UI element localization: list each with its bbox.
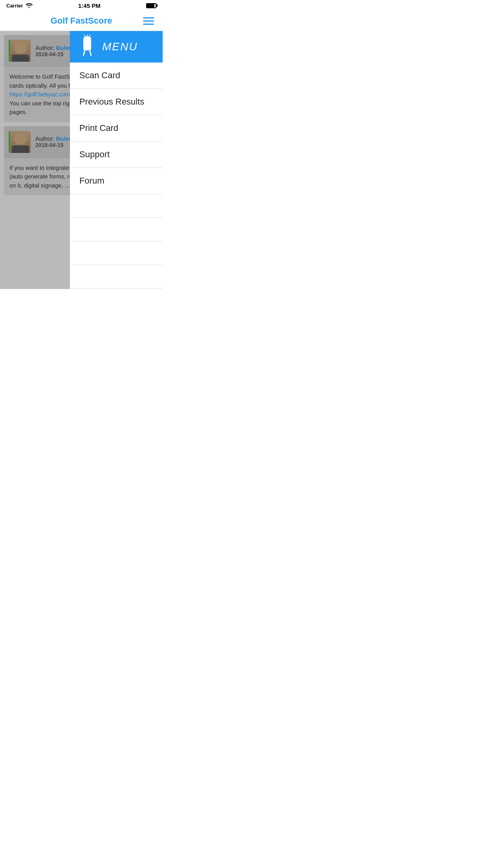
- drawer-item-scan-card[interactable]: Scan Card: [70, 63, 163, 89]
- svg-line-5: [83, 50, 85, 56]
- drawer-item-print-card[interactable]: Print Card: [70, 115, 163, 142]
- status-time: 1:45 PM: [33, 2, 146, 9]
- drawer-menu-label: MENU: [102, 40, 138, 53]
- navigation-drawer: MENU Scan Card Previous Results Print Ca…: [70, 31, 163, 289]
- app-header: Golf FastScore: [0, 11, 163, 31]
- hamburger-line-2: [143, 20, 154, 22]
- status-left: Carrier: [6, 2, 33, 9]
- drawer-header: MENU: [70, 31, 163, 63]
- drawer-empty-4: [70, 265, 163, 289]
- drawer-empty-5: [70, 289, 163, 289]
- drawer-overlay[interactable]: MENU Scan Card Previous Results Print Ca…: [0, 31, 163, 289]
- drawer-items-list: Scan Card Previous Results Print Card Su…: [70, 63, 163, 289]
- wifi-icon: [26, 2, 33, 9]
- app-title: Golf FastScore: [20, 16, 143, 26]
- golf-icon: [78, 35, 97, 59]
- drawer-item-forum[interactable]: Forum: [70, 168, 163, 194]
- overlay-backdrop[interactable]: [0, 31, 70, 289]
- drawer-empty-2: [70, 218, 163, 241]
- drawer-item-support[interactable]: Support: [70, 142, 163, 168]
- main-content: Author: Bulent 2018-04-15 Welcome to Gol…: [0, 31, 163, 289]
- hamburger-line-3: [143, 24, 154, 25]
- carrier-label: Carrier: [6, 3, 23, 9]
- svg-rect-1: [83, 39, 91, 50]
- svg-line-6: [90, 50, 91, 56]
- svg-line-4: [90, 35, 90, 36]
- menu-button[interactable]: [143, 14, 156, 28]
- drawer-empty-3: [70, 241, 163, 265]
- battery-icon: [146, 3, 156, 8]
- drawer-item-previous-results[interactable]: Previous Results: [70, 89, 163, 115]
- hamburger-line-1: [143, 17, 154, 18]
- svg-line-2: [84, 35, 85, 36]
- status-bar: Carrier 1:45 PM: [0, 0, 163, 11]
- drawer-empty-1: [70, 194, 163, 218]
